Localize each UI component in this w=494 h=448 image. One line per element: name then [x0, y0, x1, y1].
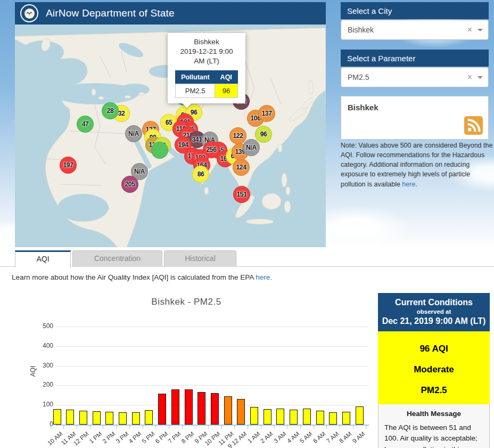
health-message-section: Health Message The AQI is between 51 and… — [378, 404, 490, 448]
chart-bar-9-pm[interactable] — [197, 392, 205, 425]
x-axis-tick — [143, 426, 143, 429]
chart-bar-5-pm[interactable] — [145, 410, 153, 425]
y-axis-tick-label: 300 — [31, 362, 53, 369]
chart-bar-7-am[interactable] — [329, 412, 337, 425]
chart-bar-4-am[interactable] — [290, 410, 298, 425]
aqi-category: Moderate — [378, 365, 490, 374]
select-parameter-title: Select a Parameter — [347, 54, 415, 63]
x-axis-category-label: 1 AM — [246, 430, 261, 444]
chart-bar-9-am[interactable] — [356, 406, 364, 425]
y-axis-tick-label: 400 — [31, 342, 53, 349]
note-here-link[interactable]: here — [402, 181, 415, 188]
chart-bar-11-am[interactable] — [66, 410, 74, 425]
app-header: AirNow Department of State — [15, 2, 326, 25]
x-axis-category-label: 1 PM — [88, 430, 103, 444]
aqi-marker-na[interactable]: N/A — [243, 139, 260, 156]
chart-bar-9-12-am[interactable] — [237, 399, 245, 425]
city-clear-icon[interactable]: × — [462, 25, 477, 35]
chart-bar-3-am[interactable] — [276, 409, 284, 425]
tab-historical[interactable]: Historical — [164, 250, 236, 267]
x-axis-category-label: 4 AM — [286, 430, 301, 444]
health-message-title: Health Message — [384, 410, 483, 418]
aqi-marker-28[interactable]: 28 — [102, 102, 119, 119]
chart-bar-5-am[interactable] — [303, 409, 311, 425]
chart-bar-10-am[interactable] — [53, 409, 61, 425]
x-axis-tick — [155, 426, 156, 429]
aqi-marker[interactable] — [151, 142, 168, 159]
x-axis-category-label: 5 PM — [141, 430, 155, 444]
x-axis-category-label: 3 PM — [114, 430, 129, 444]
y-axis-tick-label: 100 — [31, 401, 53, 408]
x-axis-category-label: 10 AM — [46, 430, 64, 446]
aqi-marker-205[interactable]: 205 — [121, 176, 138, 193]
chart-bar-3-pm[interactable] — [119, 412, 127, 425]
tooltip-title: Bishkek 2019-12-21 9:00 AM (LT) — [171, 37, 242, 67]
health-message-text: The AQI is between 51 and 100. Air quali… — [384, 422, 483, 448]
tab-concentration[interactable]: Concentration — [72, 250, 162, 267]
chart-bar-6-pm[interactable] — [158, 394, 166, 425]
select-city-title: Select a City — [347, 6, 392, 15]
x-axis-category-label: 5 AM — [299, 430, 314, 444]
chart-gridline — [56, 385, 369, 386]
aqi-marker-96[interactable]: 96 — [255, 126, 272, 143]
aqi-value: 96 AQI — [378, 344, 490, 353]
aqi-marker-86[interactable]: 86 — [192, 166, 209, 183]
x-axis-category-label: 2 AM — [259, 430, 274, 444]
chart-gridline — [56, 346, 369, 347]
chart-bar-4-pm[interactable] — [132, 412, 140, 425]
x-axis-tick — [366, 426, 366, 429]
chart-bar-2-am[interactable] — [264, 409, 271, 425]
y-axis-tick-label: 200 — [31, 381, 53, 388]
current-conditions-title: Current Conditions — [380, 298, 488, 307]
app-title: AirNow Department of State — [46, 7, 175, 19]
aqi-marker-197[interactable]: 197 — [60, 157, 77, 174]
chart-bar-7-pm[interactable] — [171, 389, 179, 425]
aqi-marker-137[interactable]: 137 — [258, 105, 275, 122]
page: AirNow Department of State — [0, 0, 494, 448]
x-axis-tick — [208, 426, 209, 429]
beyond-aqi-note: Note: Values above 500 are considered Be… — [341, 141, 494, 189]
chart-bar-11-pm[interactable] — [224, 396, 232, 425]
x-axis-tick — [353, 426, 353, 429]
tooltip-pollutant-value: PM2.5 — [176, 84, 215, 97]
city-select[interactable]: Bishkek × — [341, 20, 489, 40]
aqi-parameter: PM2.5 — [378, 386, 490, 395]
x-axis-tick — [63, 426, 64, 429]
x-axis-category-label: 3 AM — [273, 430, 287, 444]
tooltip-time: AM (LT) — [171, 56, 242, 66]
aqi-marker-151[interactable]: 151 — [233, 186, 250, 203]
aqi-marker-47[interactable]: 47 — [77, 116, 94, 133]
parameter-select[interactable]: PM2.5 × — [341, 67, 489, 87]
chart-bar-8-pm[interactable] — [185, 389, 193, 425]
map-tooltip: Bishkek 2019-12-21 9:00 AM (LT) Pollutan… — [168, 33, 245, 103]
chart-bar-6-am[interactable] — [316, 411, 324, 425]
aqi-marker-na[interactable]: N/A — [125, 125, 142, 142]
x-axis-category-label: 6 PM — [154, 430, 169, 444]
x-axis-tick — [274, 426, 275, 429]
chart-bar-8-am[interactable] — [342, 412, 350, 425]
x-axis-category-label: 4 PM — [128, 430, 143, 444]
parameter-dropdown-caret-icon[interactable] — [477, 76, 483, 82]
chart-bar-1-am[interactable] — [250, 407, 258, 425]
learn-more-body: Learn more about how the Air Quality Ind… — [12, 273, 256, 281]
aqi-marker-124[interactable]: 124 — [233, 159, 250, 176]
rss-feed-icon[interactable] — [464, 116, 483, 135]
chart-bar-12-pm[interactable] — [79, 411, 87, 425]
aqi-marker-122[interactable]: 122 — [229, 127, 246, 144]
tooltip-col-aqi: AQI — [215, 70, 238, 84]
learn-more-here-link[interactable]: here. — [256, 273, 272, 281]
x-axis-tick — [300, 426, 301, 429]
aqi-world-map[interactable]: 197473228N/A1279813355N/A205656096181145… — [15, 25, 326, 247]
x-axis-tick — [314, 426, 314, 429]
x-axis-tick — [340, 426, 340, 429]
x-axis-category-label: 7 PM — [167, 430, 182, 444]
tab-aqi[interactable]: AQI — [15, 250, 71, 267]
parameter-clear-icon[interactable]: × — [462, 72, 477, 82]
chart-bar-10-pm[interactable] — [211, 393, 219, 425]
chart-bar-1-pm[interactable] — [93, 411, 101, 425]
city-dropdown-caret-icon[interactable] — [477, 29, 483, 34]
x-axis-tick — [90, 426, 90, 429]
chart-bar-2-pm[interactable] — [105, 412, 113, 425]
x-axis-category-label: 7 AM — [325, 430, 340, 444]
city-feed-box: Bishkek — [341, 96, 489, 140]
